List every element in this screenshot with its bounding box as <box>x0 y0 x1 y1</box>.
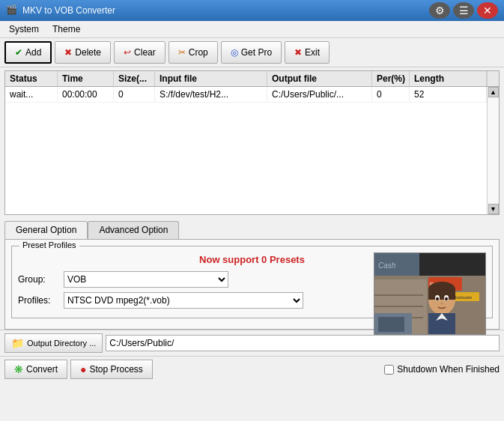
clear-label: Clear <box>134 47 156 58</box>
scroll-down-button[interactable]: ▼ <box>488 204 499 214</box>
cell-status: wait... <box>5 87 58 102</box>
tab-advanced-option[interactable]: Advanced Option <box>88 221 179 239</box>
svg-point-15 <box>436 297 439 301</box>
preset-profiles-legend: Preset Profiles <box>19 240 79 249</box>
getpro-icon: ◎ <box>231 47 238 58</box>
cell-time: 00:00:00 <box>58 87 114 102</box>
scrollbar-vertical[interactable]: ▲ ▼ <box>487 87 499 214</box>
clear-button[interactable]: ↩ Clear <box>114 41 166 64</box>
profiles-select[interactable]: NTSC DVD mpeg2(*.vob) PAL DVD mpeg2(*.vo… <box>64 292 303 309</box>
profiles-label: Profiles: <box>18 295 59 306</box>
col-header-length: Length <box>410 71 487 86</box>
cell-length: 52 <box>410 87 487 102</box>
add-icon: ✔ <box>15 47 22 58</box>
delete-label: Delete <box>75 47 101 58</box>
cell-output: C:/Users/Public/... <box>267 87 372 102</box>
cell-input: S:/f/dev/test/H2... <box>155 87 267 102</box>
svg-rect-3 <box>374 294 423 296</box>
shutdown-check: Shutdown When Finished <box>384 364 500 375</box>
title-bar-controls: ⚙ ☰ ✕ <box>429 2 498 19</box>
convert-icon: ❋ <box>14 363 23 375</box>
output-dir-label: Output Directory ... <box>27 339 96 348</box>
tabs: General Option Advanced Option <box>4 221 500 239</box>
clear-icon: ↩ <box>124 47 131 58</box>
delete-icon: ✖ <box>64 47 72 58</box>
folder-icon: 📁 <box>11 337 24 349</box>
tabs-area: General Option Advanced Option <box>0 218 504 239</box>
output-dir-input[interactable] <box>106 335 500 351</box>
col-header-time: Time <box>58 71 114 86</box>
thumbnail-image: RueBon Wholesale <box>374 253 486 335</box>
svg-point-16 <box>445 297 448 301</box>
exit-icon: ✖ <box>294 47 302 58</box>
file-list-body-wrapper: wait... 00:00:00 0 S:/f/dev/test/H2... C… <box>5 87 499 214</box>
window-title: MKV to VOB Converter <box>22 5 429 16</box>
group-label: Group: <box>18 274 59 285</box>
add-button[interactable]: ✔ Add <box>4 41 52 64</box>
menu-system[interactable]: System <box>3 22 45 36</box>
svg-rect-4 <box>374 306 423 307</box>
exit-label: Exit <box>305 47 320 58</box>
menu-button[interactable]: ☰ <box>453 2 474 19</box>
preset-profiles-box: Preset Profiles RueBon Wholesale <box>11 246 493 318</box>
getpro-label: Get Pro <box>241 47 272 58</box>
shutdown-label: Shutdown When Finished <box>397 364 500 375</box>
toolbar: ✔ Add ✖ Delete ↩ Clear ✂ Crop ◎ Get Pro … <box>0 38 504 67</box>
file-list-header: Status Time Size(... Input file Output f… <box>5 71 499 87</box>
crop-icon: ✂ <box>178 47 186 58</box>
cell-size: 0 <box>114 87 155 102</box>
file-list-container: Status Time Size(... Input file Output f… <box>4 70 500 215</box>
svg-rect-12 <box>428 289 455 300</box>
shutdown-checkbox[interactable] <box>384 365 394 375</box>
tab-general-option[interactable]: General Option <box>4 221 88 239</box>
getpro-button[interactable]: ◎ Get Pro <box>221 41 282 64</box>
svg-point-17 <box>440 303 443 305</box>
col-header-output: Output file <box>267 71 372 86</box>
svg-rect-22 <box>378 317 404 332</box>
thumbnail-area: RueBon Wholesale <box>374 252 486 335</box>
convert-button[interactable]: ❋ Convert <box>4 360 67 379</box>
file-list-body[interactable]: wait... 00:00:00 0 S:/f/dev/test/H2... C… <box>5 87 487 214</box>
title-bar: 🎬 MKV to VOB Converter ⚙ ☰ ✕ <box>0 0 504 21</box>
output-directory-button[interactable]: 📁 Output Directory ... <box>4 333 103 353</box>
table-row[interactable]: wait... 00:00:00 0 S:/f/dev/test/H2... C… <box>5 87 487 103</box>
exit-button[interactable]: ✖ Exit <box>285 41 330 64</box>
add-label: Add <box>25 47 41 58</box>
group-select[interactable]: VOB AVI MP4 MKV <box>64 271 228 288</box>
convert-label: Convert <box>26 364 58 375</box>
stop-icon: ● <box>80 363 86 375</box>
close-button[interactable]: ✕ <box>477 2 498 19</box>
app-icon: 🎬 <box>6 4 18 16</box>
crop-label: Crop <box>189 47 208 58</box>
stop-process-button[interactable]: ● Stop Process <box>70 360 153 379</box>
stop-label: Stop Process <box>90 364 143 375</box>
delete-button[interactable]: ✖ Delete <box>55 41 111 64</box>
col-header-status: Status <box>5 71 58 86</box>
options-panel: Preset Profiles RueBon Wholesale <box>4 239 500 330</box>
crop-button[interactable]: ✂ Crop <box>168 41 218 64</box>
settings-button[interactable]: ⚙ <box>429 2 450 19</box>
svg-text:Cash: Cash <box>378 261 396 270</box>
scroll-up-button[interactable]: ▲ <box>488 87 499 97</box>
col-header-per: Per(%) <box>372 71 410 86</box>
cell-per: 0 <box>372 87 410 102</box>
col-header-size: Size(... <box>114 71 155 86</box>
col-header-input: Input file <box>155 71 267 86</box>
action-bar: ❋ Convert ● Stop Process Shutdown When F… <box>0 356 504 382</box>
menu-theme[interactable]: Theme <box>46 22 86 36</box>
menu-bar: System Theme <box>0 21 504 38</box>
